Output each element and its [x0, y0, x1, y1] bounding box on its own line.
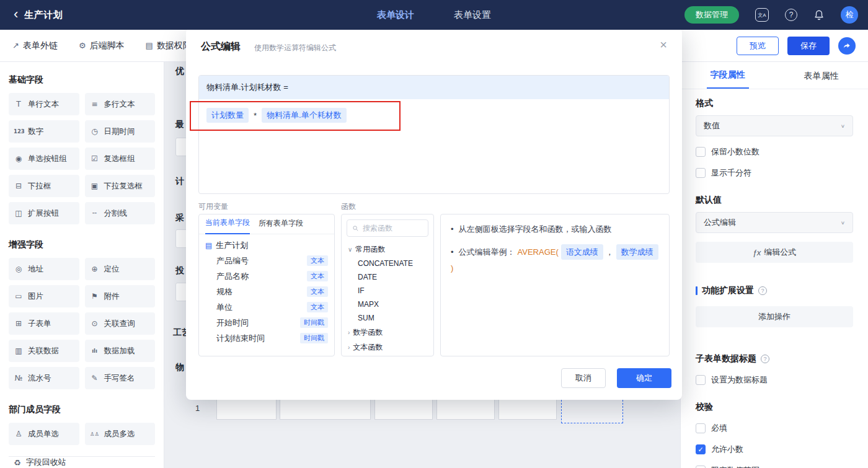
- notification-bell-icon[interactable]: [813, 9, 825, 20]
- tab-form-design[interactable]: 表单设计: [377, 9, 414, 21]
- field-item-label: 日期时间: [104, 126, 135, 137]
- field-item-member-single[interactable]: ♙成员单选: [9, 423, 79, 445]
- function-group-text[interactable]: › 文本函数: [342, 340, 433, 355]
- field-recycle-bin[interactable]: ♻ 字段回收站: [9, 456, 155, 468]
- tab-field-properties[interactable]: 字段属性: [681, 62, 774, 89]
- help-icon[interactable]: ?: [785, 9, 797, 21]
- checkbox-required[interactable]: 必填: [696, 423, 853, 434]
- variables-root-node[interactable]: ▤ 生产计划: [205, 238, 328, 253]
- field-item-location[interactable]: ⊕定位: [85, 258, 156, 280]
- checkbox-limit-range[interactable]: 限定数值范围: [696, 465, 853, 468]
- subform-cell[interactable]: [436, 399, 495, 420]
- field-item-number[interactable]: 123数字: [9, 120, 79, 143]
- formula-chip-unit-material[interactable]: 物料清单.单个耗材数: [262, 108, 347, 123]
- function-search[interactable]: [347, 219, 428, 237]
- subform-cell[interactable]: [374, 399, 433, 420]
- toolbar-item-label: 后端脚本: [90, 40, 125, 51]
- top-navbar: ‹ 生产计划 表单设计 表单设置 数据管理 文A ? 检: [0, 0, 868, 30]
- field-item-member-multi[interactable]: ♙♙成员多选: [85, 423, 156, 445]
- field-item-label: 下拉框: [28, 181, 51, 192]
- confirm-button[interactable]: 确定: [617, 368, 671, 388]
- add-action-button[interactable]: 添加操作: [696, 306, 853, 327]
- help-tooltip-icon[interactable]: ?: [758, 286, 767, 295]
- formula-chip-planned-quantity[interactable]: 计划数量: [206, 108, 249, 123]
- field-item-signature[interactable]: ✎手写签名: [85, 367, 156, 389]
- field-name: 计划结束时间: [216, 333, 265, 344]
- field-item-select[interactable]: ⊟下拉框: [9, 175, 79, 197]
- field-item-data-load[interactable]: ılı数据加载: [85, 340, 156, 362]
- canvas-field-label: 计: [175, 176, 184, 187]
- format-select[interactable]: 数值 ∨: [696, 115, 853, 136]
- subform-icon: ⊞: [14, 319, 24, 328]
- modal-title: 公式编辑: [201, 40, 241, 53]
- help-tooltip-icon[interactable]: ?: [761, 355, 769, 363]
- variable-field-row[interactable]: 开始时间时间戳: [205, 315, 328, 330]
- field-item-linked-query[interactable]: ⊙关联查询: [85, 312, 156, 335]
- toolbar-item-external-link[interactable]: ↗ 表单外链: [12, 40, 58, 51]
- linked-query-icon: ⊙: [90, 319, 100, 328]
- field-item-subform[interactable]: ⊞子表单: [9, 312, 79, 335]
- function-item-concatenate[interactable]: CONCATENATE: [342, 257, 433, 270]
- field-item-divider[interactable]: ╌分割线: [85, 202, 156, 224]
- tab-all-form-fields[interactable]: 所有表单字段: [259, 218, 303, 234]
- function-item-mapx[interactable]: MAPX: [342, 298, 433, 311]
- default-value-select[interactable]: 公式编辑 ∨: [696, 212, 853, 233]
- share-icon[interactable]: [838, 37, 856, 55]
- field-item-address[interactable]: ◎地址: [9, 258, 79, 280]
- translate-icon[interactable]: 文A: [755, 8, 769, 22]
- variable-field-row[interactable]: 产品名称文本: [205, 268, 328, 284]
- field-item-extend-button[interactable]: ◫扩展按钮: [9, 202, 79, 224]
- field-item-multi-line-text[interactable]: ≡多行文本: [85, 93, 156, 115]
- field-type-tag: 文本: [307, 271, 328, 281]
- checkbox-allow-decimal[interactable]: ✓ 允许小数: [696, 444, 853, 455]
- variable-field-row[interactable]: 计划结束时间时间戳: [205, 330, 328, 346]
- close-icon[interactable]: ×: [660, 38, 667, 52]
- subform-cell[interactable]: [216, 399, 277, 420]
- toolbar-item-backend-script[interactable]: ⚙ 后端脚本: [79, 40, 125, 51]
- field-item-attachment[interactable]: ⚑附件: [85, 285, 156, 307]
- field-item-linked-data[interactable]: ▥关联数据: [9, 340, 79, 362]
- variable-field-row[interactable]: 单位文本: [205, 299, 328, 315]
- function-search-input[interactable]: [363, 224, 423, 232]
- field-item-label: 关联数据: [28, 346, 59, 356]
- variable-field-row[interactable]: 产品编号文本: [205, 253, 328, 268]
- field-item-checkbox-group[interactable]: ☑复选框组: [85, 148, 156, 170]
- field-item-radio-group[interactable]: ◉单选按钮组: [9, 148, 79, 170]
- signature-icon: ✎: [90, 374, 100, 382]
- function-item-sum[interactable]: SUM: [342, 311, 433, 325]
- save-button[interactable]: 保存: [787, 37, 830, 55]
- subform-cell[interactable]: [498, 399, 557, 420]
- field-item-label: 手写签名: [104, 373, 135, 384]
- field-item-datetime[interactable]: ◷日期时间: [85, 120, 156, 143]
- tab-current-form-fields[interactable]: 当前表单字段: [205, 218, 250, 234]
- user-avatar[interactable]: 检: [841, 6, 858, 24]
- formula-expression[interactable]: 计划数量 * 物料清单.单个耗材数: [199, 99, 669, 131]
- field-item-image[interactable]: ▭图片: [9, 285, 79, 307]
- function-item-if[interactable]: IF: [342, 284, 433, 298]
- cancel-button[interactable]: 取消: [561, 368, 606, 388]
- tab-form-properties[interactable]: 表单属性: [774, 62, 868, 89]
- function-group-common[interactable]: ∨ 常用函数: [342, 242, 433, 257]
- function-group-math[interactable]: › 数学函数: [342, 325, 433, 340]
- field-item-single-line-text[interactable]: T单行文本: [9, 93, 79, 115]
- recycle-icon: ♻: [14, 458, 21, 467]
- tab-form-settings[interactable]: 表单设置: [454, 9, 491, 21]
- back-chevron-icon[interactable]: ‹: [14, 7, 18, 21]
- fx-icon: ƒx: [753, 248, 761, 257]
- preview-button[interactable]: 预览: [737, 37, 779, 55]
- checkbox-set-data-title[interactable]: 设置为数据标题: [696, 374, 853, 386]
- data-manage-button[interactable]: 数据管理: [684, 6, 739, 24]
- canvas-field-label: 优: [175, 66, 184, 77]
- edit-formula-button[interactable]: ƒx 编辑公式: [696, 242, 853, 263]
- chevron-down-icon: ∨: [841, 123, 845, 129]
- checkbox-thousand-separator[interactable]: 显示千分符: [696, 167, 853, 179]
- function-item-date[interactable]: DATE: [342, 270, 433, 284]
- field-item-serial-number[interactable]: №流水号: [9, 367, 79, 389]
- image-icon: ▭: [14, 292, 24, 301]
- toolbar-item-data-permission[interactable]: ▤ 数据权限: [146, 40, 192, 51]
- field-item-multi-select[interactable]: ▣下拉复选框: [85, 175, 156, 197]
- group-label: 数学函数: [353, 327, 383, 338]
- subform-cell[interactable]: [280, 399, 371, 420]
- variable-field-row[interactable]: 规格文本: [205, 284, 328, 299]
- checkbox-keep-decimal-digits[interactable]: 保留小数位数: [696, 146, 853, 157]
